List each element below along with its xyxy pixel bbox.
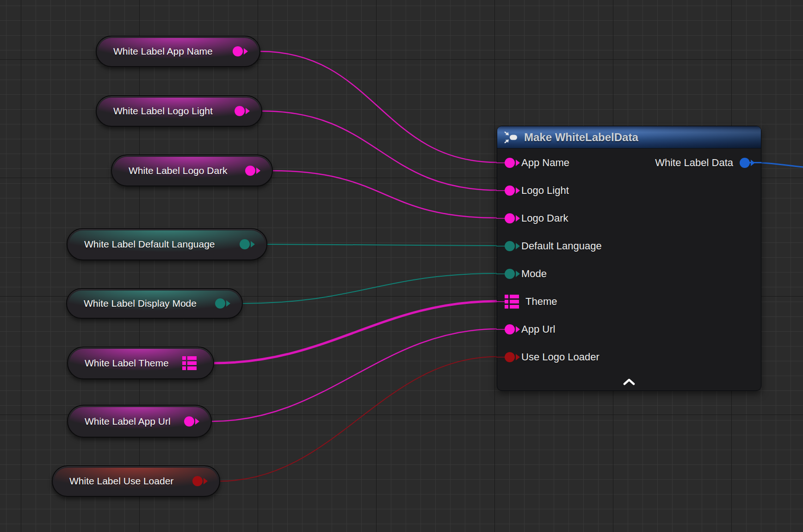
- pin-row-logo-dark: Logo Dark: [505, 211, 568, 225]
- struct-output-pin[interactable]: [740, 158, 750, 168]
- variable-label: White Label Default Language: [84, 239, 215, 250]
- pin-label: Theme: [525, 296, 557, 308]
- collapse-button[interactable]: [621, 377, 637, 386]
- variable-node-white-label-logo-light[interactable]: White Label Logo Light: [96, 95, 262, 127]
- string-input-pin[interactable]: [505, 213, 515, 223]
- pin-label: Logo Dark: [521, 212, 568, 224]
- enum-input-pin[interactable]: [505, 241, 515, 251]
- pin-row-default-language: Default Language: [505, 239, 602, 253]
- enum-output-pin[interactable]: [240, 239, 250, 249]
- variable-label: White Label Logo Dark: [129, 165, 228, 176]
- wire-white-label-data[interactable]: [760, 163, 803, 167]
- pin-label: White Label Data: [655, 157, 733, 169]
- string-output-pin[interactable]: [184, 416, 194, 427]
- pin-label: Mode: [521, 268, 547, 280]
- variable-node-white-label-app-url[interactable]: White Label App Url: [67, 405, 212, 438]
- pin-label: Use Logo Loader: [521, 351, 599, 363]
- pin-label: Default Language: [521, 240, 602, 252]
- pin-row-app-name: App Name: [505, 156, 569, 170]
- variable-label: White Label App Name: [113, 46, 213, 57]
- variable-label: White Label Use Loader: [69, 476, 173, 487]
- string-output-pin[interactable]: [245, 166, 255, 176]
- variable-node-white-label-app-name[interactable]: White Label App Name: [96, 36, 260, 67]
- struct-output-pin[interactable]: [182, 356, 197, 370]
- wire-use-loader[interactable]: [220, 357, 497, 481]
- bool-input-pin[interactable]: [505, 352, 515, 362]
- pin-label: App Url: [521, 323, 555, 335]
- variable-node-white-label-display-mode[interactable]: White Label Display Mode: [66, 288, 243, 319]
- node-title: Make WhiteLabelData: [524, 131, 638, 144]
- wire-logo-dark[interactable]: [272, 171, 497, 218]
- variable-node-white-label-logo-dark[interactable]: White Label Logo Dark: [111, 155, 273, 186]
- pin-label: App Name: [521, 157, 569, 169]
- string-output-pin[interactable]: [235, 106, 245, 116]
- variable-label: White Label Display Mode: [84, 298, 197, 309]
- variable-label: White Label Logo Light: [113, 105, 213, 117]
- variable-label: White Label App Url: [85, 416, 171, 427]
- pin-row-app-url: App Url: [505, 322, 555, 336]
- string-input-pin[interactable]: [505, 324, 515, 334]
- pin-row-mode: Mode: [505, 267, 547, 281]
- struct-input-pin[interactable]: [505, 295, 519, 309]
- pin-row-white-label-data: White Label Data: [655, 156, 750, 170]
- pin-row-theme: Theme: [505, 295, 557, 309]
- make-whitelabeldata-node[interactable]: Make WhiteLabelData App Name Logo Light …: [497, 126, 761, 391]
- string-input-pin[interactable]: [505, 186, 515, 196]
- variable-label: White Label Theme: [85, 358, 169, 369]
- blueprint-graph-canvas[interactable]: White Label App Name White Label Logo Li…: [0, 0, 803, 532]
- wire-app-name[interactable]: [259, 51, 497, 162]
- wire-stub: [496, 301, 505, 302]
- make-struct-icon: [504, 130, 519, 144]
- pin-row-logo-light: Logo Light: [505, 184, 569, 198]
- enum-input-pin[interactable]: [505, 269, 515, 279]
- variable-node-white-label-default-language[interactable]: White Label Default Language: [67, 228, 267, 260]
- enum-output-pin[interactable]: [215, 298, 225, 309]
- string-output-pin[interactable]: [233, 46, 243, 56]
- wire-theme[interactable]: [213, 301, 497, 363]
- chevron-up-icon: [623, 378, 636, 385]
- wire-display-mode[interactable]: [242, 273, 497, 303]
- wire-default-language[interactable]: [266, 244, 497, 246]
- pin-label: Logo Light: [521, 185, 569, 197]
- variable-node-white-label-theme[interactable]: White Label Theme: [67, 346, 214, 379]
- wire-logo-light[interactable]: [262, 111, 497, 190]
- bool-output-pin[interactable]: [192, 476, 203, 486]
- node-header[interactable]: Make WhiteLabelData: [497, 126, 761, 148]
- pin-row-use-logo-loader: Use Logo Loader: [505, 350, 599, 364]
- string-input-pin[interactable]: [505, 158, 515, 168]
- variable-node-white-label-use-loader[interactable]: White Label Use Loader: [52, 465, 220, 497]
- wire-app-url[interactable]: [211, 329, 497, 421]
